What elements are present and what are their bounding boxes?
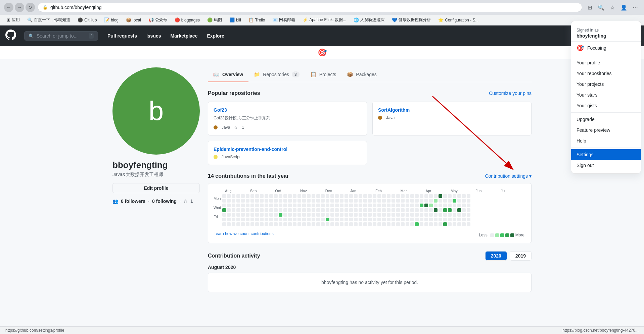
bookmark-trello[interactable]: 📋 Trello [246, 16, 268, 23]
contrib-cell-42-2 [420, 204, 423, 207]
java-lang-dot-1 [214, 125, 218, 129]
contrib-cell-27-5 [349, 218, 353, 221]
reload-button[interactable]: ↻ [26, 3, 35, 12]
profile-browser-icon[interactable]: 👤 [619, 3, 629, 12]
contrib-cell-34-5 [382, 218, 386, 221]
contrib-cell-18-6 [307, 222, 311, 226]
nav-marketplace[interactable]: Marketplace [167, 31, 202, 41]
contrib-cell-50-1 [457, 199, 461, 203]
bookmark-local[interactable]: 📦 local [123, 16, 144, 23]
github-logo[interactable] [5, 30, 16, 42]
contrib-cell-1-4 [227, 213, 231, 217]
contrib-week-43 [424, 194, 428, 226]
contrib-cell-2-2 [232, 204, 235, 207]
search-input[interactable] [37, 33, 86, 39]
learn-contributions-link[interactable]: Learn how we count contributions. [214, 231, 275, 236]
contrib-cell-19-3 [312, 208, 315, 212]
contrib-cell-25-2 [340, 204, 343, 207]
dropdown-help[interactable]: Help [571, 135, 641, 146]
contrib-cell-3-6 [236, 222, 240, 226]
year-2020-button[interactable]: 2020 [485, 251, 507, 261]
bookmark-gongzhonghao[interactable]: 📢 公众号 [146, 16, 170, 24]
dropdown-your-projects[interactable]: Your projects [571, 79, 641, 90]
tab-packages[interactable]: 📦 Packages [341, 67, 382, 82]
bookmark-jiankang[interactable]: 💙 健康数据挖掘分析 [389, 16, 433, 24]
tab-overview[interactable]: 📖 Overview [208, 67, 248, 82]
search-bar[interactable]: 🔍 / [24, 31, 98, 41]
contrib-week-14 [288, 194, 292, 226]
bookmark-apps[interactable]: ⊞ 应用 [4, 16, 22, 24]
contrib-cell-46-0 [439, 194, 442, 198]
dropdown-your-gists[interactable]: Your gists [571, 100, 641, 111]
contrib-settings-link[interactable]: Contribution settings ▾ [485, 173, 532, 179]
contrib-cell-19-1 [312, 199, 315, 203]
bookmark-icon[interactable]: ☆ [608, 3, 617, 12]
bookmark-github[interactable]: ⚫ GitHub [75, 16, 99, 23]
edit-profile-button[interactable]: Edit profile [112, 183, 200, 193]
repo-sortalgorithm-lang: Java [386, 115, 395, 120]
address-bar[interactable]: 🔒 github.com/bboyfengting [38, 3, 582, 12]
bookmark-blog[interactable]: 📝 blog [101, 16, 121, 23]
bookmark-renyuan[interactable]: 🌐 人员轨迹追踪 [351, 16, 387, 24]
contrib-footer: Learn how we count contributions. Less M… [214, 230, 526, 237]
bookmark-wangyi[interactable]: 📧 网易邮箱 [270, 16, 298, 24]
contrib-cell-16-4 [297, 213, 301, 217]
bookmark-baidu[interactable]: 🔍 百度一下，你就知道 [25, 16, 73, 24]
local-icon: 📦 [126, 17, 131, 22]
followers-link[interactable]: 0 followers [121, 199, 145, 204]
contrib-cell-28-2 [354, 204, 358, 207]
contrib-cell-2-1 [232, 199, 235, 203]
dropdown-sign-out[interactable]: Sign out [571, 160, 641, 171]
dropdown-upgrade[interactable]: Upgrade [571, 114, 641, 125]
contrib-cell-45-2 [434, 204, 438, 207]
year-2019-button[interactable]: 2019 [510, 251, 532, 261]
dropdown-feature-preview[interactable]: Feature preview [571, 125, 641, 135]
bookmark-flink[interactable]: ⚡ Apache Flink: 数据... [300, 16, 349, 24]
back-button[interactable]: ← [4, 3, 13, 12]
bookmark-config[interactable]: ⭐ Configuration - S... [435, 16, 481, 23]
dropdown-your-stars[interactable]: Your stars [571, 90, 641, 100]
dropdown-your-repositories[interactable]: Your repositories [571, 68, 641, 79]
contrib-cell-7-4 [255, 213, 259, 217]
contrib-cell-12-6 [279, 222, 282, 226]
following-link[interactable]: 0 following [152, 199, 177, 204]
tab-projects[interactable]: 📋 Projects [305, 67, 342, 82]
contrib-cell-10-4 [269, 213, 273, 217]
contrib-cell-38-1 [401, 199, 405, 203]
contrib-cell-48-6 [448, 222, 452, 226]
nav-explore[interactable]: Explore [203, 31, 228, 41]
search-browser-icon[interactable]: 🔍 [596, 3, 606, 12]
bookmark-bili[interactable]: 🟦 bili [227, 16, 244, 23]
forward-button[interactable]: → [15, 3, 24, 12]
tab-repositories[interactable]: 📁 Repositories 3 [248, 67, 305, 82]
contrib-cell-22-0 [326, 194, 329, 198]
nav-issues[interactable]: Issues [142, 31, 165, 41]
contrib-cell-27-1 [349, 199, 353, 203]
dropdown-your-profile[interactable]: Your profile [571, 57, 641, 68]
bookmark-matu[interactable]: 🟢 码图 [204, 16, 225, 24]
translate-icon[interactable]: ⊞ [585, 3, 594, 12]
contrib-cell-34-2 [382, 204, 386, 207]
contrib-cell-28-1 [354, 199, 358, 203]
more-browser-icon[interactable]: ⋯ [631, 3, 640, 12]
target-icon: 🎯 [318, 48, 327, 57]
repo-gof23-link[interactable]: Gof23 [214, 107, 361, 113]
nav-pull-requests[interactable]: Pull requests [103, 31, 141, 41]
profile-sidebar: b bboyfengting Java&大数据开发工程师 Edit profil… [112, 67, 200, 300]
customize-pins-link[interactable]: Customize your pins [489, 91, 532, 96]
tab-overview-label: Overview [222, 72, 243, 77]
tab-repos-label: Repositories [263, 72, 289, 77]
dropdown-settings[interactable]: Settings [571, 149, 641, 160]
contrib-cell-18-4 [307, 213, 311, 217]
contrib-week-21 [321, 194, 325, 226]
bookmark-blogpages[interactable]: 🔴 blogpages [172, 16, 202, 23]
browser-actions: ⊞ 🔍 ☆ 👤 ⋯ [585, 3, 640, 12]
contrib-cell-2-5 [232, 218, 235, 221]
month-feb: Feb [375, 189, 401, 193]
contrib-cell-41-0 [415, 194, 419, 198]
contrib-cell-13-4 [283, 213, 287, 217]
contrib-cell-32-3 [373, 208, 376, 212]
repo-sortalgorithm-link[interactable]: SortAlgorithm [378, 107, 526, 113]
contrib-cell-47-0 [443, 194, 447, 198]
repo-epidemic-link[interactable]: Epidemic-prevention-and-control [214, 147, 361, 152]
